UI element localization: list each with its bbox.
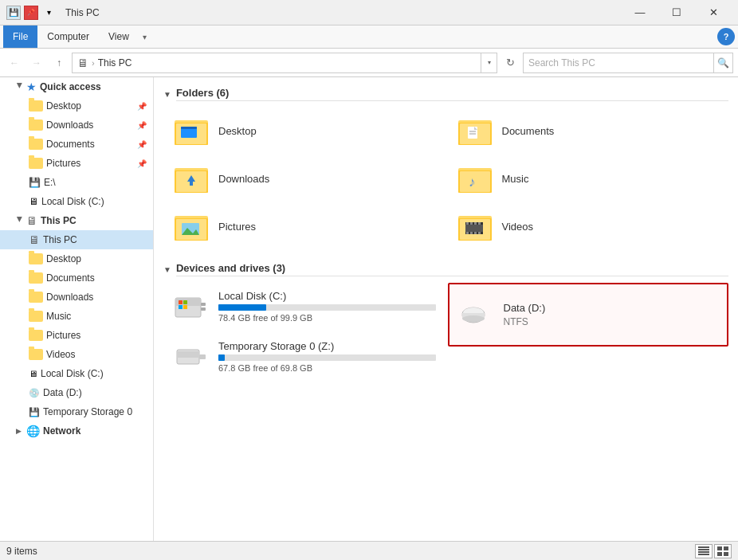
sidebar-item-documents-pc[interactable]: Documents — [0, 268, 153, 288]
sidebar-item-temp-z-pc[interactable]: 💾 Temporary Storage 0 — [0, 402, 153, 421]
quick-access-icon: ★ — [26, 80, 37, 93]
this-pc-label: This PC — [41, 215, 77, 226]
minimize-button[interactable]: — — [622, 0, 658, 25]
status-bar: 9 items — [0, 541, 738, 560]
svg-rect-38 — [474, 232, 477, 234]
tab-view[interactable]: View — [99, 25, 139, 48]
svg-rect-32 — [466, 222, 469, 225]
folder-item-desktop[interactable]: Desktop — [163, 108, 446, 154]
pin-indicator: 📌 — [137, 102, 147, 111]
sidebar-item-desktop-pc[interactable]: Desktop — [0, 249, 153, 268]
downloads-folder-icon — [172, 163, 210, 194]
quick-access-header[interactable]: ▶ ★ Quick access — [0, 77, 153, 96]
folder-icon — [29, 119, 43, 131]
drive-d-name: Data (D:) — [504, 302, 720, 314]
svg-rect-63 — [724, 552, 728, 556]
folder-item-documents[interactable]: Documents — [447, 108, 729, 154]
sidebar-item-local-c-pc[interactable]: 🖥 Local Disk (C:) — [0, 364, 153, 383]
sidebar-item-pictures-quick[interactable]: Pictures 📌 — [0, 154, 153, 173]
folder-item-videos[interactable]: Videos — [447, 203, 729, 249]
sidebar-item-data-d-pc[interactable]: 💿 Data (D:) — [0, 383, 153, 402]
ribbon-collapse-icon[interactable]: ▾ — [139, 30, 151, 43]
folder-icon — [29, 139, 43, 150]
svg-rect-45 — [183, 305, 187, 309]
network-header[interactable]: ▶ 🌐 Network — [0, 421, 153, 441]
address-dropdown-button[interactable]: ▾ — [481, 53, 497, 73]
sidebar-item-downloads-pc[interactable]: Downloads — [0, 288, 153, 307]
drives-section-header[interactable]: ▼ Devices and drives (3) — [163, 262, 728, 276]
search-input[interactable]: Search This PC — [523, 53, 714, 73]
address-path[interactable]: 🖥 › This PC — [72, 53, 481, 73]
folder-icon — [29, 330, 43, 341]
ribbon-tabs: File Computer View ▾ ? — [0, 25, 738, 48]
sidebar-item-edrive[interactable]: 💾 E:\ — [0, 173, 153, 192]
tab-file[interactable]: File — [3, 25, 37, 48]
sidebar-item-desktop-quick[interactable]: Desktop 📌 — [0, 96, 153, 116]
sidebar-item-videos-pc[interactable]: Videos — [0, 345, 153, 364]
drive-c-icon: 🖥 — [29, 196, 38, 207]
this-pc-sidebar-label: This PC — [43, 234, 77, 245]
svg-rect-4 — [181, 127, 197, 129]
sidebar-label: Music — [46, 311, 71, 322]
tab-computer[interactable]: Computer — [37, 25, 99, 48]
folder-icon — [29, 349, 43, 360]
forward-button[interactable]: → — [27, 53, 46, 72]
search-placeholder: Search This PC — [528, 57, 595, 69]
svg-rect-33 — [470, 222, 473, 225]
sidebar-label: Data (D:) — [43, 387, 82, 398]
drive-icon: 🖥 — [29, 369, 37, 378]
sidebar-item-downloads-quick[interactable]: Downloads 📌 — [0, 116, 153, 135]
drive-c-icon-large — [172, 291, 210, 323]
sidebar-label-pictures: Pictures — [46, 158, 80, 169]
drives-chevron-icon: ▼ — [163, 265, 171, 274]
window-controls: — ☐ ✕ — [622, 0, 732, 25]
drive-icon: 💾 — [29, 407, 40, 417]
svg-rect-60 — [717, 546, 722, 550]
drive-item-c[interactable]: Local Disk (C:) 78.4 GB free of 99.9 GB — [163, 283, 445, 330]
help-button[interactable]: ? — [717, 28, 735, 45]
view-buttons — [695, 544, 732, 558]
folders-grid: Desktop Documents — [163, 108, 728, 249]
this-pc-header[interactable]: ▶ 🖥 This PC — [0, 211, 153, 230]
sidebar-item-music-pc[interactable]: Music — [0, 307, 153, 326]
sidebar-item-thispc[interactable]: 🖥This PC — [0, 230, 153, 249]
drives-section-title: Devices and drives (3) — [176, 262, 728, 276]
window-title: This PC — [65, 7, 622, 18]
drive-d-icon-large — [457, 299, 496, 331]
svg-rect-35 — [478, 222, 481, 225]
svg-rect-57 — [698, 549, 709, 550]
folder-item-downloads[interactable]: Downloads — [163, 155, 446, 202]
drive-item-d[interactable]: Data (D:) NTFS — [448, 283, 729, 347]
svg-rect-61 — [724, 546, 728, 550]
folder-name-documents: Documents — [502, 125, 555, 137]
sidebar-label-downloads: Downloads — [46, 119, 93, 131]
dropdown-icon[interactable]: ▾ — [41, 6, 56, 20]
back-button[interactable]: ← — [5, 53, 24, 72]
sidebar-item-documents-quick[interactable]: Documents 📌 — [0, 135, 153, 154]
refresh-button[interactable]: ↻ — [501, 53, 520, 72]
folders-section-header[interactable]: ▼ Folders (6) — [163, 87, 728, 101]
folder-item-music[interactable]: ♪ Music — [447, 155, 729, 202]
quick-access-label: Quick access — [40, 81, 101, 92]
maximize-button[interactable]: ☐ — [658, 0, 695, 25]
drive-c-bar-fill — [218, 304, 266, 311]
view-details-button[interactable] — [695, 544, 712, 558]
up-button[interactable]: ↑ — [49, 53, 69, 72]
sidebar-item-pictures-pc[interactable]: Pictures — [0, 326, 153, 345]
drive-z-icon-large — [172, 341, 210, 373]
drive-d-fs: NTFS — [504, 316, 720, 327]
svg-rect-37 — [470, 232, 473, 234]
close-button[interactable]: ✕ — [695, 0, 732, 25]
sidebar-label-edrive: E:\ — [44, 177, 56, 188]
sidebar-label: Desktop — [46, 253, 81, 264]
folder-icon — [29, 311, 43, 322]
drive-item-z[interactable]: Temporary Storage 0 (Z:) 67.8 GB free of… — [163, 333, 445, 380]
sidebar-item-local-disk-c[interactable]: 🖥 Local Disk (C:) — [0, 192, 153, 211]
folder-icon — [29, 272, 43, 284]
search-button[interactable]: 🔍 — [714, 53, 733, 73]
drive-icon: 💿 — [29, 388, 40, 398]
folder-item-pictures[interactable]: Pictures — [163, 203, 446, 249]
folder-name-music: Music — [502, 173, 529, 185]
view-tiles-button[interactable] — [714, 544, 732, 558]
folder-icon — [29, 100, 43, 112]
